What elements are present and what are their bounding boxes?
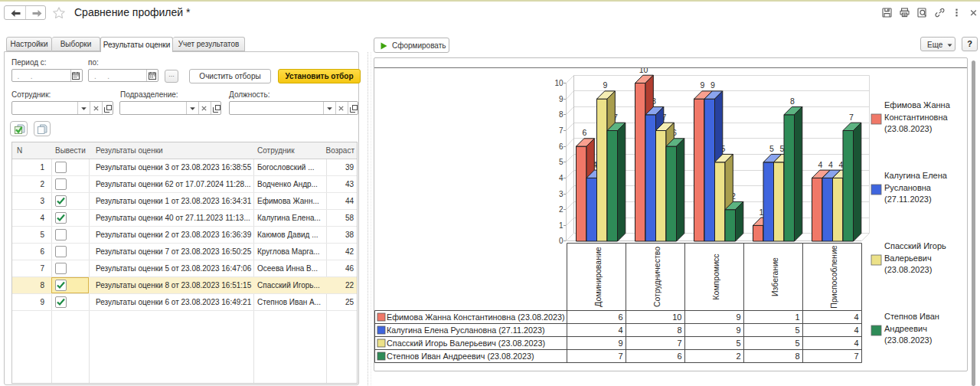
svg-text:(23.08.2023): (23.08.2023) — [884, 335, 932, 345]
svg-text:5: 5 — [795, 325, 799, 335]
svg-text:5: 5 — [795, 339, 799, 348]
svg-text:Доминирование: Доминирование — [593, 247, 603, 306]
svg-text:Спасский Игорь: Спасский Игорь — [884, 241, 946, 250]
svg-text:7: 7 — [618, 352, 622, 361]
svg-text:6: 6 — [583, 128, 587, 137]
svg-text:1: 1 — [795, 312, 799, 322]
svg-text:4: 4 — [618, 325, 622, 335]
svg-text:5: 5 — [559, 158, 564, 166]
svg-text:7: 7 — [849, 113, 854, 122]
svg-text:Ефимова Жанна Константиновна (: Ефимова Жанна Константиновна (23.08.2023… — [387, 312, 565, 322]
svg-text:Сотрудничество: Сотрудничество — [652, 247, 662, 307]
svg-text:8: 8 — [795, 352, 799, 361]
svg-text:Степнов Иван: Степнов Иван — [884, 312, 939, 321]
svg-text:1: 1 — [559, 221, 564, 230]
svg-text:9: 9 — [618, 339, 622, 348]
svg-text:6: 6 — [677, 352, 681, 361]
svg-text:Компромисс: Компромисс — [711, 254, 720, 299]
svg-text:2: 2 — [736, 352, 740, 361]
svg-text:9: 9 — [701, 80, 705, 90]
svg-text:6: 6 — [559, 142, 564, 151]
svg-text:Ефимова Жанна: Ефимова Жанна — [884, 100, 951, 110]
svg-text:7: 7 — [854, 352, 858, 361]
svg-text:4: 4 — [854, 325, 858, 335]
svg-text:4: 4 — [854, 339, 858, 348]
svg-text:4: 4 — [828, 160, 833, 169]
svg-text:9: 9 — [736, 325, 740, 335]
svg-text:10: 10 — [554, 79, 564, 87]
svg-text:Избегание: Избегание — [770, 257, 779, 296]
svg-text:Валерьевич: Валерьевич — [884, 254, 932, 263]
svg-text:6: 6 — [618, 312, 622, 322]
svg-text:8: 8 — [677, 325, 681, 335]
svg-text:9: 9 — [603, 80, 608, 90]
svg-text:(27.11.2023): (27.11.2023) — [884, 195, 932, 204]
svg-text:Калугина Елена: Калугина Елена — [884, 171, 948, 180]
svg-text:8: 8 — [559, 110, 564, 119]
svg-text:(23.08.2023): (23.08.2023) — [884, 124, 932, 133]
svg-text:Калугина Елена Руслановна (27.: Калугина Елена Руслановна (27.11.2023) — [387, 325, 545, 335]
svg-text:4: 4 — [818, 160, 823, 169]
svg-text:(23.08.2023): (23.08.2023) — [884, 265, 932, 274]
svg-text:9: 9 — [559, 95, 564, 103]
svg-text:5: 5 — [736, 339, 740, 348]
svg-text:2: 2 — [559, 205, 564, 214]
svg-text:4: 4 — [559, 174, 564, 182]
svg-text:10: 10 — [639, 68, 648, 74]
svg-text:9: 9 — [710, 80, 715, 90]
svg-text:4: 4 — [854, 312, 858, 322]
svg-text:Руслановна: Руслановна — [884, 183, 932, 192]
svg-text:Константиновна: Константиновна — [884, 113, 949, 122]
svg-text:Андреевич: Андреевич — [884, 324, 927, 333]
svg-text:7: 7 — [677, 339, 681, 348]
svg-text:3: 3 — [559, 190, 564, 198]
svg-text:9: 9 — [736, 312, 740, 322]
svg-text:5: 5 — [769, 144, 774, 153]
svg-text:Степнов Иван Андреевич (23.08.: Степнов Иван Андреевич (23.08.2023) — [387, 352, 534, 361]
svg-text:Приспособление: Приспособление — [829, 245, 838, 308]
svg-text:0: 0 — [559, 237, 564, 245]
svg-text:10: 10 — [672, 312, 681, 322]
svg-text:8: 8 — [790, 96, 795, 106]
svg-text:Спасский Игорь Валерьевич (23.: Спасский Игорь Валерьевич (23.08.2023) — [387, 339, 545, 348]
svg-text:7: 7 — [559, 126, 564, 135]
